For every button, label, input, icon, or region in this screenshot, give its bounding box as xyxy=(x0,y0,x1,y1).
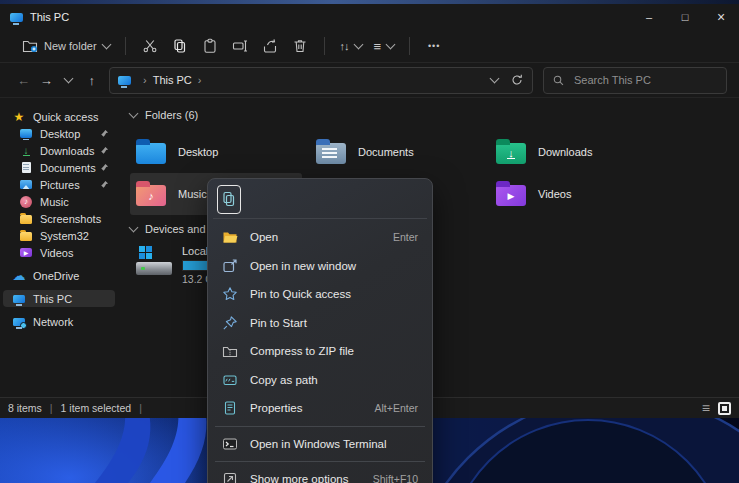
chevron-down-icon xyxy=(386,39,396,49)
folders-section-header[interactable]: Folders (6) xyxy=(130,107,739,123)
chevron-down-icon xyxy=(353,39,363,49)
open-new-window-icon xyxy=(222,258,238,274)
properties-icon xyxy=(222,400,238,416)
windows-logo-icon xyxy=(139,246,152,259)
menu-item-shortcut: Enter xyxy=(393,231,418,243)
maximize-button[interactable]: □ xyxy=(667,4,703,30)
sidebar-item-screenshots[interactable]: Screenshots xyxy=(3,210,115,227)
sidebar-item-music[interactable]: ♪ Music xyxy=(3,193,115,210)
menu-item-label: Copy as path xyxy=(250,374,318,386)
back-button[interactable]: ← xyxy=(12,68,35,92)
menu-separator xyxy=(215,461,425,462)
sidebar-item-onedrive[interactable]: ☁ OneDrive xyxy=(3,267,115,284)
copy-button[interactable] xyxy=(165,33,195,59)
copy-icon xyxy=(172,38,188,54)
sidebar-item-label: OneDrive xyxy=(33,270,79,282)
folder-tile-documents[interactable]: Documents xyxy=(310,131,482,173)
toolbar-divider xyxy=(324,37,325,55)
sidebar-item-desktop[interactable]: Desktop xyxy=(3,125,115,142)
close-button[interactable]: × xyxy=(703,4,739,30)
up-button[interactable]: ↑ xyxy=(80,68,103,92)
collapse-chevron-icon xyxy=(129,109,139,119)
this-pc-icon xyxy=(11,291,27,307)
address-bar[interactable]: › This PC › xyxy=(109,67,533,94)
paste-button[interactable] xyxy=(195,33,225,59)
breadcrumb-location[interactable]: This PC xyxy=(153,74,192,86)
menu-item-open[interactable]: Open Enter xyxy=(213,223,427,252)
rename-icon xyxy=(232,38,248,54)
more-options-button[interactable]: ••• xyxy=(419,33,449,59)
window-title: This PC xyxy=(30,11,69,23)
menu-item-label: Pin to Start xyxy=(250,317,307,329)
tile-label: Documents xyxy=(358,146,414,158)
collapse-chevron-icon xyxy=(129,223,139,233)
documents-icon xyxy=(18,160,34,176)
forward-button[interactable]: → xyxy=(35,68,58,92)
breadcrumb-separator: › xyxy=(198,74,202,86)
toolbar-divider xyxy=(125,37,126,55)
sort-button[interactable]: ↑↓ xyxy=(334,36,368,56)
sidebar-item-documents[interactable]: Documents xyxy=(3,159,115,176)
minimize-button[interactable]: – xyxy=(631,4,667,30)
copy-as-path-icon xyxy=(222,372,238,388)
status-divider: | xyxy=(139,402,142,414)
star-icon: ★ xyxy=(11,109,27,125)
share-button[interactable] xyxy=(255,33,285,59)
menu-item-label: Open in new window xyxy=(250,260,356,272)
search-icon xyxy=(552,74,565,87)
sidebar-item-network[interactable]: Network xyxy=(3,313,115,330)
pin-icon xyxy=(100,180,109,189)
cut-button[interactable] xyxy=(135,33,165,59)
chevron-down-icon xyxy=(101,39,111,49)
sidebar-item-pictures[interactable]: Pictures xyxy=(3,176,115,193)
pushpin-icon xyxy=(222,315,238,331)
sidebar-item-label: Videos xyxy=(40,247,73,259)
sidebar-item-label: Pictures xyxy=(40,179,80,191)
folder-tile-videos[interactable]: ▶ Videos xyxy=(490,173,662,215)
copy-icon xyxy=(222,191,236,207)
refresh-button[interactable] xyxy=(510,73,524,87)
music-folder-icon: ♪ xyxy=(136,185,166,206)
sidebar-item-this-pc[interactable]: This PC xyxy=(3,290,115,307)
details-view-toggle[interactable]: ≡ xyxy=(702,403,710,413)
folder-tile-downloads[interactable]: ↓ Downloads xyxy=(490,131,662,173)
selected-count: 1 item selected xyxy=(61,402,132,414)
downloads-icon: ↓ xyxy=(18,143,34,159)
sidebar-item-label: Desktop xyxy=(40,128,80,140)
menu-item-label: Properties xyxy=(250,402,302,414)
more-options-icon: ••• xyxy=(428,41,440,51)
title-bar: This PC – □ × xyxy=(0,4,739,30)
menu-item-copy-as-path[interactable]: Copy as path xyxy=(213,366,427,395)
menu-item-open-in-new-window[interactable]: Open in new window xyxy=(213,252,427,281)
address-dropdown-chevron-icon[interactable] xyxy=(490,73,500,83)
menu-item-label: Compress to ZIP file xyxy=(250,345,354,357)
recent-locations-button[interactable] xyxy=(58,68,81,92)
search-input[interactable] xyxy=(572,73,718,87)
menu-item-compress-to-zip[interactable]: Compress to ZIP file xyxy=(213,337,427,366)
large-icons-view-toggle[interactable] xyxy=(718,402,731,415)
new-folder-button[interactable]: New folder xyxy=(16,34,116,58)
videos-folder-icon: ▶ xyxy=(496,185,526,206)
menu-item-show-more-options[interactable]: Show more options Shift+F10 xyxy=(213,465,427,483)
sidebar-item-downloads[interactable]: ↓ Downloads xyxy=(3,142,115,159)
folder-icon xyxy=(18,211,34,227)
delete-icon xyxy=(292,38,308,54)
delete-button[interactable] xyxy=(285,33,315,59)
folder-tile-desktop[interactable]: Desktop xyxy=(130,131,302,173)
sidebar-item-videos[interactable]: ▶ Videos xyxy=(3,244,115,261)
items-count: 8 items xyxy=(8,402,42,414)
downloads-folder-icon: ↓ xyxy=(496,143,526,164)
sidebar-item-system32[interactable]: System32 xyxy=(3,227,115,244)
sidebar-item-label: Network xyxy=(33,316,73,328)
menu-item-open-in-windows-terminal[interactable]: Open in Windows Terminal xyxy=(213,430,427,459)
menu-item-pin-to-quick-access[interactable]: Pin to Quick access xyxy=(213,280,427,309)
documents-folder-icon xyxy=(316,143,346,164)
menu-item-pin-to-start[interactable]: Pin to Start xyxy=(213,309,427,338)
sidebar-item-quick-access[interactable]: ★ Quick access xyxy=(3,108,115,125)
search-box[interactable] xyxy=(543,67,727,94)
tile-label: Videos xyxy=(538,188,571,200)
view-button[interactable]: ≡ xyxy=(368,35,401,58)
menu-item-properties[interactable]: Properties Alt+Enter xyxy=(213,394,427,423)
copy-quick-button[interactable] xyxy=(217,185,241,214)
rename-button[interactable] xyxy=(225,33,255,59)
